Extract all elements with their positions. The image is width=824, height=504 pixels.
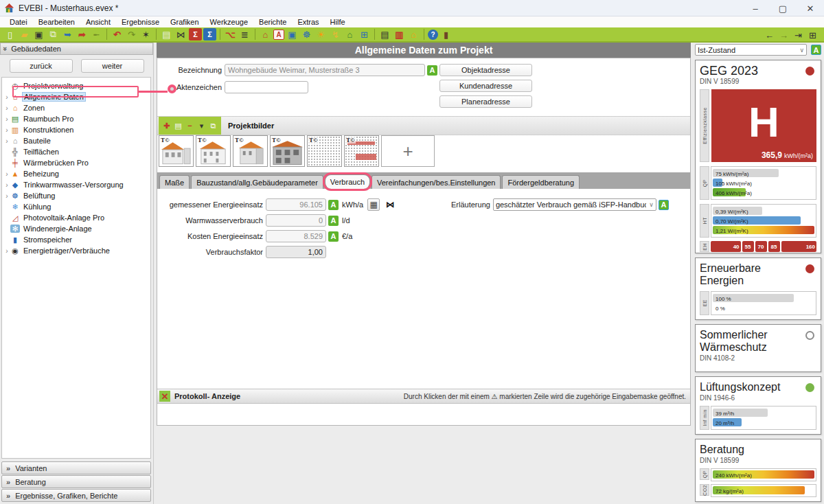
dropdown-arrow-icon[interactable]: ▾ [196, 120, 207, 131]
expander-icon[interactable]: › [3, 115, 10, 123]
expander-icon[interactable]: › [3, 104, 10, 112]
goto-icon[interactable]: ⇥ [792, 29, 805, 41]
tab-vereinfachungen[interactable]: Vereinfachungen/bes.Einstellungen [371, 175, 501, 189]
image-doc-icon[interactable]: ▤ [173, 120, 183, 131]
expander-icon[interactable]: › [3, 93, 10, 101]
expander-icon[interactable]: › [3, 181, 10, 189]
new-file-icon[interactable]: ▯ [3, 28, 16, 41]
key-icon[interactable]: ╾ [90, 28, 103, 41]
lightning-icon[interactable]: ↯ [329, 28, 342, 41]
component-a-icon[interactable]: A [273, 30, 284, 40]
kosten-input[interactable] [266, 230, 326, 242]
tree-item-windenergie[interactable]: ✻Windenergie-Anlage [3, 223, 150, 234]
tree-item-allgemeine-daten[interactable]: ›⌂Allgemeine Daten [3, 91, 150, 102]
expander-icon[interactable]: › [3, 126, 10, 134]
erneuerbare-energien-card[interactable]: Erneuerbare Energien EE 100 % 0 % [695, 257, 821, 320]
tree-item-bauteile[interactable]: ›⌂Bauteile [3, 135, 150, 146]
help-icon[interactable]: ? [428, 30, 438, 40]
menu-werkzeuge[interactable]: Werkzeuge [205, 16, 253, 27]
state-selector[interactable]: Ist-Zustand ∨ [695, 44, 807, 56]
document-icon[interactable]: ▤ [160, 28, 173, 41]
save-icon[interactable]: ▣ [32, 28, 45, 41]
undo-icon[interactable]: ↶ [111, 28, 124, 41]
project-image-thumbnail[interactable]: T© [307, 135, 342, 167]
house-outline-icon[interactable]: ⌂ [407, 28, 420, 41]
sum-blue-icon[interactable]: Σ [203, 28, 216, 41]
tree-item-stromspeicher[interactable]: ▮Stromspeicher [3, 234, 150, 245]
add-image-icon[interactable]: ✚ [161, 120, 172, 131]
menu-grafiken[interactable]: Grafiken [165, 16, 205, 27]
tree-item-teilflaechen[interactable]: ╬Teilflächen [3, 146, 150, 157]
remove-image-icon[interactable]: − [185, 120, 195, 131]
close-button[interactable]: ✕ [797, 0, 824, 16]
result-table-icon[interactable]: ⊞ [806, 29, 819, 41]
window-component-icon[interactable]: ▣ [286, 28, 299, 41]
minimize-button[interactable]: – [742, 0, 769, 16]
house-energy-icon[interactable]: ⌂ [343, 28, 356, 41]
tree-item-zonen[interactable]: ›⌂Zonen [3, 102, 150, 113]
exit-door-icon[interactable]: ▮ [439, 28, 453, 41]
expander-icon[interactable]: › [3, 170, 10, 178]
maximize-button[interactable]: ▢ [769, 0, 797, 16]
menu-ergebnisse[interactable]: Ergebnisse [116, 16, 165, 27]
valve-split-icon[interactable]: ⋈ [384, 198, 396, 211]
menu-bearbeiten[interactable]: Bearbeiten [33, 16, 80, 27]
warmwasser-input[interactable] [266, 214, 326, 227]
project-image-thumbnail[interactable]: T© [344, 135, 379, 167]
calculator-icon[interactable]: ▦ [367, 198, 380, 211]
export-icon[interactable]: ➦ [76, 28, 89, 41]
lueftungskonzept-card[interactable]: Lüftungskonzept DIN 1946-6 Inf min 39 m³… [695, 376, 821, 435]
redo-icon[interactable]: ↷ [125, 28, 138, 41]
project-image-thumbnail[interactable]: T© [159, 135, 194, 167]
sum-red-icon[interactable]: Σ [189, 28, 202, 41]
tree-item-belueftung[interactable]: ›☸Belüftung [3, 190, 150, 201]
sun-icon[interactable]: ☀ [314, 28, 328, 41]
tree-item-energietraeger[interactable]: ›◉Energieträger/Verbräuche [3, 245, 150, 256]
tab-foerdergeldberatung[interactable]: Fördergeldberatung [502, 175, 580, 189]
add-image-placeholder[interactable]: + [381, 135, 435, 167]
tree-item-photovoltaik[interactable]: ◿Photovoltaik-Anlage Pro [3, 212, 150, 223]
hierarchy-icon[interactable]: ⌥ [224, 28, 237, 41]
aktenzeichen-input[interactable] [225, 81, 308, 93]
tab-verbrauch[interactable]: Verbrauch [325, 174, 370, 189]
sommerlicher-waermeschutz-card[interactable]: Sommerlicher Wärmeschutz DIN 4108-2 [695, 324, 821, 372]
tree-item-konstruktionen[interactable]: ›▥Konstruktionen [3, 124, 150, 135]
planeradresse-button[interactable]: Planeradresse [439, 95, 532, 108]
expander-icon[interactable]: › [3, 192, 10, 200]
tree-item-trinkwarmwasser[interactable]: ›◆Trinkwarmwasser-Versorgung [3, 179, 150, 190]
menu-ansicht[interactable]: Ansicht [80, 16, 116, 27]
tab-bauzustand[interactable]: Bauzustand/allg.Gebäudeparameter [191, 175, 323, 189]
report-icon[interactable]: ▤ [378, 28, 391, 41]
open-folder-icon[interactable]: ▰ [18, 28, 31, 41]
objektadresse-button[interactable]: Objektadresse [439, 64, 532, 76]
menu-extras[interactable]: Extras [292, 16, 324, 27]
table-icon[interactable]: ⊞ [358, 28, 371, 41]
verbrauchsfaktor-input[interactable] [266, 246, 326, 258]
tree-item-kuehlung[interactable]: ❄Kühlung [3, 201, 150, 212]
next-button[interactable]: weiter [81, 59, 144, 73]
expander-icon[interactable]: › [3, 247, 10, 255]
project-image-thumbnail[interactable]: T© [196, 135, 231, 167]
panel-varianten[interactable]: »Varianten [1, 461, 151, 474]
import-icon[interactable]: ➥ [61, 28, 74, 41]
bezeichnung-input[interactable] [225, 64, 425, 76]
protocol-close-icon[interactable]: ✕ [159, 391, 170, 402]
panel-ergebnisse[interactable]: »Ergebnisse, Grafiken, Berichte [1, 489, 151, 502]
tree-item-raumbuch[interactable]: ›▤Raumbuch Pro [3, 113, 150, 124]
report-color-icon[interactable]: ▥ [393, 28, 406, 41]
menu-hilfe[interactable]: Hilfe [325, 16, 351, 27]
heating-icon[interactable]: ⌂ [259, 28, 272, 41]
wizard-wand-icon[interactable]: ✶ [139, 28, 152, 41]
merge-icon[interactable]: ⋈ [174, 28, 187, 41]
erlaeuterung-select[interactable]: geschätzter Verbrauch gemäß iSFP-Handbuc… [493, 198, 656, 211]
expander-icon[interactable]: › [3, 137, 10, 145]
beratung-card[interactable]: Beratung DIN V 18599 QP 240 kWh/(m²a) CO… [695, 439, 821, 502]
export-image-icon[interactable]: ⧉ [208, 120, 218, 131]
back-button[interactable]: zurück [10, 59, 73, 73]
energieeinsatz-input[interactable] [266, 198, 326, 211]
project-image-thumbnail[interactable]: T© [270, 135, 305, 167]
menu-datei[interactable]: Datei [4, 16, 33, 27]
navigate-back-icon[interactable]: ← [763, 29, 776, 41]
tree-item-waermebruecken[interactable]: ╪Wärmebrücken Pro [3, 157, 150, 168]
navigate-forward-icon[interactable]: → [777, 29, 790, 41]
